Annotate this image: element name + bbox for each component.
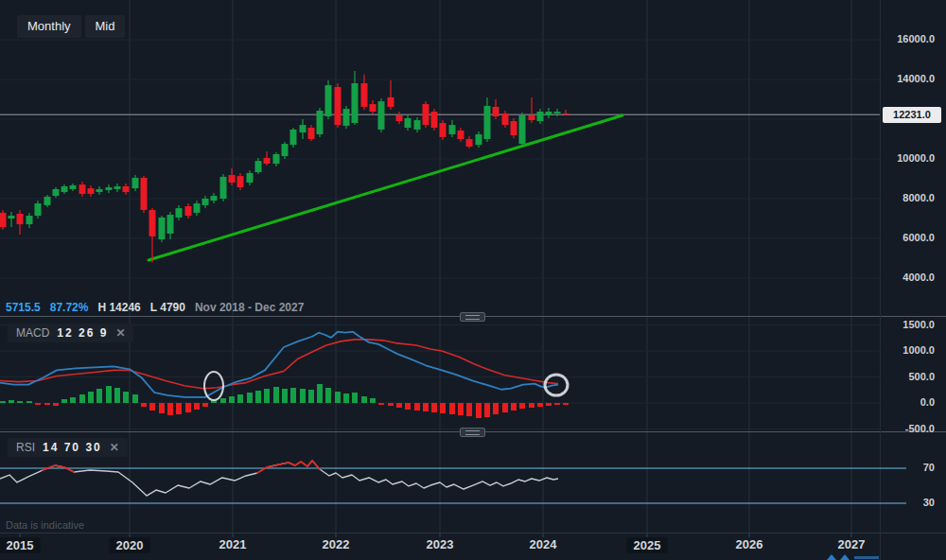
time-axis-label: 2026	[736, 537, 763, 551]
rsi-axis-label: 30	[880, 497, 942, 508]
last-value: 5715.5	[6, 301, 41, 314]
price-axis-label: 14000.0	[880, 73, 942, 84]
macd-axis-label: -500.0	[880, 423, 942, 434]
rsi-axis-label: 70	[880, 462, 942, 473]
interval-button[interactable]: Monthly	[17, 15, 81, 38]
macd-params: 12 26 9	[57, 326, 108, 340]
low-value: L 4790	[150, 301, 185, 314]
last-price-badge: 12231.0	[883, 107, 941, 123]
macd-name: MACD	[16, 326, 49, 340]
time-axis-label: 2024	[530, 537, 557, 551]
macd-indicator-label[interactable]: MACD 12 26 9 ✕	[8, 324, 133, 342]
price-type-button[interactable]: Mid	[85, 15, 126, 38]
change-percent: 87.72%	[50, 301, 89, 314]
date-range: Nov 2018 - Dec 2027	[195, 301, 304, 314]
macd-axis-label: 500.0	[880, 371, 942, 382]
time-axis-label: 2025	[627, 537, 668, 553]
time-axis-label: 2015	[0, 537, 40, 553]
macd-axis-label: 0.0	[880, 396, 942, 408]
status-line: 5715.5 87.72% H 14246 L 4790 Nov 2018 - …	[6, 301, 304, 314]
chart-canvas[interactable]	[0, 0, 946, 560]
time-axis-label: 2020	[110, 537, 150, 553]
price-axis-label: 6000.0	[880, 232, 942, 243]
rsi-indicator-label[interactable]: RSI 14 70 30 ✕	[8, 438, 128, 457]
trading-chart-window: Monthly Mid 5715.5 87.72% H 14246 L 4790…	[0, 0, 946, 560]
rsi-close-icon[interactable]: ✕	[110, 441, 119, 454]
chart-toolbar: Monthly Mid	[17, 15, 125, 38]
time-axis-label: 2027	[838, 537, 866, 551]
time-axis-label: 2021	[219, 537, 247, 551]
time-axis-label: 2022	[323, 537, 350, 551]
macd-axis-label: 1000.0	[880, 344, 942, 356]
price-axis-label: 10000.0	[880, 152, 942, 164]
partial-attribution-logo	[827, 554, 879, 560]
price-axis-label: 16000.0	[880, 33, 942, 44]
price-axis-label: 4000.0	[880, 271, 942, 283]
time-axis-label: 2023	[427, 537, 454, 551]
pane-resize-handle-macd[interactable]	[460, 312, 485, 322]
rsi-name: RSI	[16, 441, 35, 454]
rsi-params: 14 70 30	[43, 441, 102, 454]
macd-axis-label: 1500.0	[880, 319, 942, 330]
macd-close-icon[interactable]: ✕	[115, 326, 125, 340]
watermark-text: Data is indicative	[6, 519, 84, 531]
price-axis-label: 8000.0	[880, 192, 942, 203]
high-value: H 14246	[97, 301, 140, 314]
pane-resize-handle-rsi[interactable]	[460, 428, 485, 437]
